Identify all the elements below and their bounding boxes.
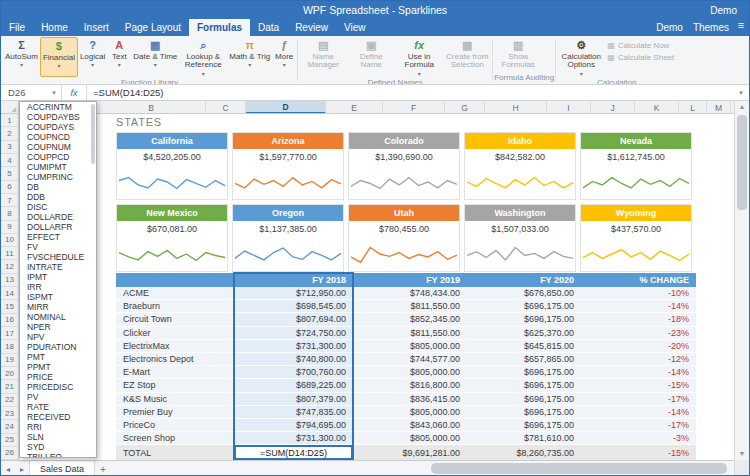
column-header-g[interactable]: G: [445, 101, 485, 114]
column-header-c[interactable]: C: [206, 101, 246, 114]
function-item-npv[interactable]: NPV: [20, 332, 96, 342]
column-header-l[interactable]: L: [679, 101, 707, 114]
dropdown-scrollbar[interactable]: [91, 104, 95, 164]
horizontal-scrollbar-thumb[interactable]: [431, 463, 727, 474]
table-row-total[interactable]: TOTAL=SUM(D14:D25)$9,691,281.00$8,260,73…: [116, 445, 696, 460]
tab-home[interactable]: Home: [33, 19, 76, 36]
row-header-26[interactable]: 26: [1, 447, 18, 460]
table-row-electronics-depot[interactable]: Electronics Depot$740,800.00$744,577.00$…: [116, 353, 696, 366]
column-header-j[interactable]: J: [591, 101, 635, 114]
text-button[interactable]: AText▾: [107, 37, 131, 77]
lookup-reference-button[interactable]: ⌕Lookup & Reference▾: [179, 37, 227, 77]
table-row-circuit-town[interactable]: Circuit Town$807,694.00$852,345.00$696,1…: [116, 313, 696, 326]
table-row-screen-shop[interactable]: Screen Shop$731,300.00$805,000.00$781,61…: [116, 432, 696, 445]
table-row-electrixmax[interactable]: ElectrixMax$731,300.00$805,000.00$645,81…: [116, 340, 696, 353]
tab-view[interactable]: View: [336, 19, 374, 36]
column-header-i[interactable]: I: [547, 101, 591, 114]
row-header-17[interactable]: 17: [1, 327, 18, 340]
function-item-rri[interactable]: RRI: [20, 422, 96, 432]
select-all-corner[interactable]: ◢: [1, 101, 19, 114]
function-item-db[interactable]: DB: [20, 182, 96, 192]
function-item-pmt[interactable]: PMT: [20, 352, 96, 362]
name-manager-button[interactable]: ▤Name Manager: [299, 37, 347, 77]
row-header-9[interactable]: 9: [1, 221, 18, 234]
table-row-premier-buy[interactable]: Premier Buy$747,835.00$805,000.00$696,17…: [116, 406, 696, 419]
table-row-ez-stop[interactable]: EZ Stop$689,225.00$816,800.00$696,175.00…: [116, 379, 696, 392]
show-formulas-button[interactable]: ▥Show Formulas: [494, 37, 542, 72]
math-trig-button[interactable]: πMath & Trig▾: [227, 37, 272, 77]
function-item-dollarfr[interactable]: DOLLARFR: [20, 222, 96, 232]
column-header-b[interactable]: B: [97, 101, 206, 114]
link-themes[interactable]: Themes: [693, 22, 729, 33]
function-item-ppmt[interactable]: PPMT: [20, 362, 96, 372]
function-item-pricedisc[interactable]: PRICEDISC: [20, 382, 96, 392]
function-item-couppcd[interactable]: COUPPCD: [20, 152, 96, 162]
table-row-braeburn[interactable]: Braeburn$698,545.00$811,550.00$696,175.0…: [116, 300, 696, 313]
prev-sheet-icon[interactable]: ◂: [1, 465, 15, 474]
row-header-19[interactable]: 19: [1, 354, 18, 367]
row-header-23[interactable]: 23: [1, 407, 18, 420]
column-header-m[interactable]: M: [707, 101, 731, 114]
column-header-h[interactable]: H: [485, 101, 547, 114]
next-sheet-icon[interactable]: ▸: [15, 465, 29, 474]
row-header-13[interactable]: 13: [1, 274, 18, 287]
sheet-tab-sales-data[interactable]: Sales Data: [29, 461, 95, 476]
column-headers[interactable]: ABCDEFGHIJKLM: [19, 101, 736, 114]
column-header-k[interactable]: K: [635, 101, 679, 114]
spreadsheet-grid[interactable]: STATES California$4,520,205.00Arizona$1,…: [19, 114, 736, 460]
more-button[interactable]: ƒMore▾: [272, 37, 296, 77]
function-item-coupnum[interactable]: COUPNUM: [20, 142, 96, 152]
calculate-sheet-button[interactable]: ▦Calculate Sheet: [607, 53, 674, 62]
financial-button[interactable]: $Financial▾: [40, 37, 78, 77]
calculation-options-button[interactable]: ⚙Calculation Options▾: [557, 37, 605, 77]
function-item-sln[interactable]: SLN: [20, 432, 96, 442]
function-item-ipmt[interactable]: IPMT: [20, 272, 96, 282]
cell-name-box[interactable]: D26: [1, 87, 47, 98]
function-item-rate[interactable]: RATE: [20, 402, 96, 412]
table-row-priceco[interactable]: PriceCo$794,695.00$843,060.00$696,175.00…: [116, 419, 696, 432]
function-item-nper[interactable]: NPER: [20, 322, 96, 332]
row-header-5[interactable]: 5: [1, 167, 18, 180]
function-item-cumprinc[interactable]: CUMPRINC: [20, 172, 96, 182]
function-item-disc[interactable]: DISC: [20, 202, 96, 212]
tab-data[interactable]: Data: [250, 19, 287, 36]
add-sheet-icon[interactable]: +: [95, 464, 111, 475]
tab-review[interactable]: Review: [287, 19, 336, 36]
function-item-coupncd[interactable]: COUPNCD: [20, 132, 96, 142]
autosum-button[interactable]: ΣAutoSum▾: [3, 37, 40, 77]
function-item-dollarde[interactable]: DOLLARDE: [20, 212, 96, 222]
tab-page-layout[interactable]: Page Layout: [117, 19, 189, 36]
row-header-12[interactable]: 12: [1, 260, 18, 273]
function-item-pduration[interactable]: PDURATION: [20, 342, 96, 352]
function-item-syd[interactable]: SYD: [20, 442, 96, 452]
table-row-acme[interactable]: ACME$712,950.00$748,434.00$676,850.00-10…: [116, 287, 696, 300]
column-header-f[interactable]: F: [383, 101, 445, 114]
row-header-21[interactable]: 21: [1, 380, 18, 393]
name-box-caret-icon[interactable]: ▾: [47, 89, 61, 97]
formula-input[interactable]: =SUM(D14:D25): [87, 87, 163, 98]
row-header-10[interactable]: 10: [1, 234, 18, 247]
scroll-up-icon[interactable]: ▲: [735, 101, 749, 113]
define-name-button[interactable]: ▣Define Name: [347, 37, 395, 77]
row-headers[interactable]: 1234567891011121314151617181920212223242…: [1, 114, 19, 460]
use-in-formula-button[interactable]: fxUse in Formula▾: [395, 37, 443, 77]
row-header-16[interactable]: 16: [1, 314, 18, 327]
function-item-fv[interactable]: FV: [20, 242, 96, 252]
row-header-15[interactable]: 15: [1, 300, 18, 313]
column-header-e[interactable]: E: [326, 101, 383, 114]
create-from-selection-button[interactable]: ▦Create from Selection: [443, 37, 491, 77]
function-item-coupdaybs[interactable]: COUPDAYBS: [20, 112, 96, 122]
logical-button[interactable]: ?Logical▾: [78, 37, 107, 77]
row-header-6[interactable]: 6: [1, 181, 18, 194]
row-header-25[interactable]: 25: [1, 434, 18, 447]
function-item-mirr[interactable]: MIRR: [20, 302, 96, 312]
table-row-k-s-music[interactable]: K&S Music$807,379.00$836,415.00$696,175.…: [116, 393, 696, 406]
row-header-18[interactable]: 18: [1, 340, 18, 353]
insert-function-button[interactable]: fx: [62, 88, 86, 98]
vertical-scrollbar[interactable]: ▲ ▼: [734, 101, 749, 460]
function-item-fvschedule[interactable]: FVSCHEDULE: [20, 252, 96, 262]
row-header-4[interactable]: 4: [1, 154, 18, 167]
function-item-accrintm[interactable]: ACCRINTM: [20, 102, 96, 112]
tab-file[interactable]: File: [1, 19, 33, 36]
function-item-received[interactable]: RECEIVED: [20, 412, 96, 422]
